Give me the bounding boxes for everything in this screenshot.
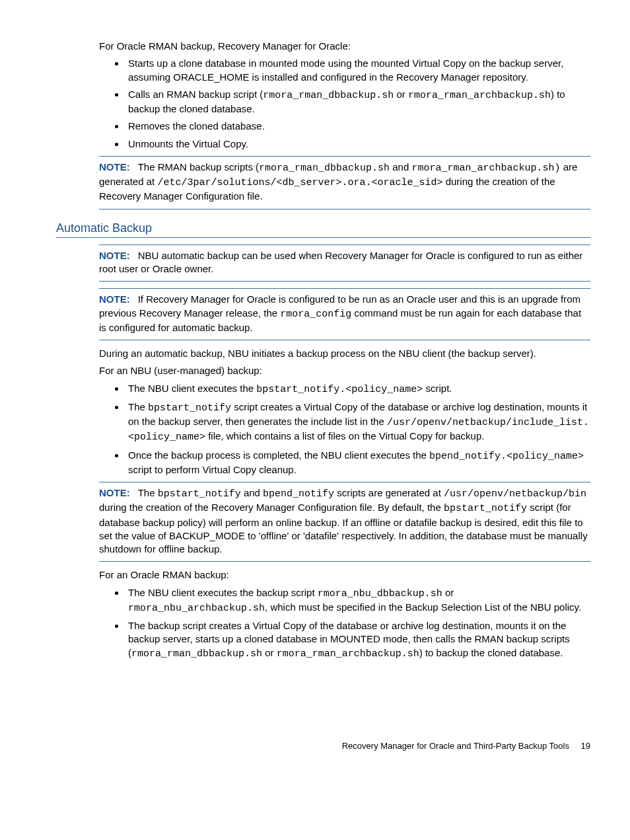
list-item: Once the backup process is completed, th… — [125, 449, 590, 477]
list-item: Unmounts the Virtual Copy. — [125, 137, 590, 151]
note-label: NOTE: — [99, 487, 130, 498]
page-footer: Recovery Manager for Oracle and Third-Pa… — [56, 740, 590, 752]
bullet-list-2: The NBU client executes the bpstart_noti… — [99, 382, 590, 477]
text: and — [390, 161, 411, 172]
list-item: Removes the cloned database. — [125, 120, 590, 133]
text: script. — [423, 383, 452, 394]
text: file, which contains a list of files on … — [205, 430, 484, 441]
text: The — [138, 487, 158, 498]
intro-para: For Oracle RMAN backup, Recovery Manager… — [99, 40, 590, 53]
text: or — [394, 89, 408, 100]
footer-text: Recovery Manager for Oracle and Third-Pa… — [342, 741, 569, 751]
bullet-list-1: Starts up a clone database in mounted mo… — [99, 57, 590, 151]
text: and — [241, 487, 263, 498]
body-para: For an NBU (user-managed) backup: — [99, 364, 590, 377]
code: bpstart_notify.<policy_name> — [256, 384, 423, 395]
list-item: The NBU client executes the backup scrip… — [125, 586, 590, 616]
text: Calls an RMAN backup script ( — [128, 89, 263, 100]
list-item: The NBU client executes the bpstart_noti… — [125, 382, 590, 397]
list-item: Calls an RMAN backup script (rmora_rman_… — [125, 88, 590, 116]
body-para: For an Oracle RMAN backup: — [99, 568, 590, 582]
text: during the creation of the Recovery Mana… — [99, 502, 444, 513]
bullet-list-3: The NBU client executes the backup scrip… — [99, 586, 590, 661]
page-number: 19 — [581, 741, 590, 751]
code: rmora_rman_archbackup.sh — [408, 90, 551, 101]
body-para: During an automatic backup, NBU initiate… — [99, 347, 590, 360]
text: Once the backup process is completed, th… — [128, 449, 429, 461]
code: rmora_rman_dbbackup.sh — [131, 648, 262, 660]
note-label: NOTE: — [99, 293, 130, 305]
note-box: NOTE:If Recovery Manager for Oracle is c… — [99, 288, 590, 340]
code: rmora_rman_archbackup.sh) — [411, 163, 560, 174]
list-item: The bpstart_notify script creates a Virt… — [125, 401, 590, 445]
note-label: NOTE: — [99, 250, 130, 261]
code: rmora_nbu_archbackup.sh — [128, 603, 265, 614]
section-heading-automatic-backup: Automatic Backup — [56, 220, 590, 238]
note-box: NOTE:The bpstart_notify and bpend_notify… — [99, 482, 590, 562]
list-item: The backup script creates a Virtual Copy… — [125, 619, 590, 661]
code: rmora_rman_dbbackup.sh — [259, 163, 390, 174]
note-label: NOTE: — [99, 161, 130, 172]
text: scripts are generated at — [334, 487, 444, 498]
text: , which must be specified in the Backup … — [265, 601, 581, 613]
text: ) to backup the cloned database. — [419, 647, 563, 658]
text: or — [442, 587, 454, 598]
code: /usr/openv/netbackup/bin — [444, 488, 586, 500]
text: NBU automatic backup can be used when Re… — [99, 250, 582, 274]
code: rmora_config — [280, 309, 351, 320]
code: bpstart_notify — [158, 488, 241, 500]
text: The RMAN backup scripts ( — [138, 161, 259, 172]
code: bpstart_notify — [148, 402, 231, 414]
section-content: NOTE:NBU automatic backup can be used wh… — [99, 245, 590, 661]
note-box: NOTE:NBU automatic backup can be used wh… — [99, 245, 590, 282]
code: bpend_notify.<policy_name> — [429, 451, 584, 462]
text: The — [128, 401, 148, 412]
code: /etc/3par/solutions/<db_server>.ora.<ora… — [157, 177, 442, 188]
code: rmora_nbu_dbbackup.sh — [318, 588, 442, 599]
code: bpstart_notify — [444, 503, 527, 514]
text: The NBU client executes the backup scrip… — [128, 587, 318, 598]
note-box: NOTE:The RMAN backup scripts (rmora_rman… — [99, 156, 590, 210]
page-content: For Oracle RMAN backup, Recovery Manager… — [99, 40, 590, 210]
code: rmora_rman_dbbackup.sh — [263, 90, 394, 101]
code: rmora_rman_archbackup.sh — [277, 648, 419, 660]
code: bpend_notify — [263, 488, 334, 500]
text: script to perform Virtual Copy cleanup. — [128, 464, 297, 475]
text: The NBU client executes the — [128, 383, 256, 394]
list-item: Starts up a clone database in mounted mo… — [125, 57, 590, 84]
text: or — [262, 647, 277, 658]
